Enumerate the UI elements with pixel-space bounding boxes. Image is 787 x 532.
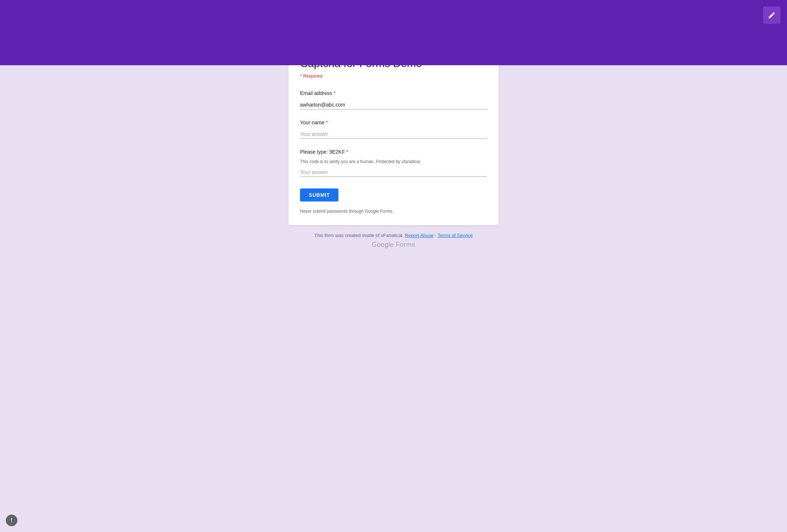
captcha-input[interactable] xyxy=(300,168,487,177)
feedback-icon: ! xyxy=(11,517,12,524)
name-input[interactable] xyxy=(300,130,487,139)
captcha-required-star: * xyxy=(346,149,348,155)
email-label: Email address * xyxy=(300,90,487,96)
captcha-label: Please type: 9E2KF * xyxy=(300,149,487,155)
main-content: Captcha for Forms Demo * Required Email … xyxy=(0,65,787,532)
form-body: Email address * Your name * Please type:… xyxy=(288,87,499,225)
forms-brand-text: Forms xyxy=(396,241,416,248)
feedback-button[interactable]: ! xyxy=(6,515,17,526)
email-required-star: * xyxy=(334,90,336,96)
pencil-icon xyxy=(768,11,776,19)
name-field-container: Your name * xyxy=(300,120,487,139)
name-label: Your name * xyxy=(300,120,487,125)
footer: This form was created inside of xFanatic… xyxy=(315,225,473,259)
name-required-star: * xyxy=(326,120,328,125)
never-submit-text: Never submit passwords through Google Fo… xyxy=(300,209,487,214)
captcha-description: This code is to verify you are a human. … xyxy=(300,159,487,164)
required-note: * Required xyxy=(300,73,487,79)
form-card: Captcha for Forms Demo * Required Email … xyxy=(288,43,499,225)
edit-button[interactable] xyxy=(763,7,780,24)
google-brand-text: Google xyxy=(372,241,394,248)
google-forms-branding: Google Forms xyxy=(315,241,473,249)
report-abuse-link[interactable]: Report Abuse xyxy=(405,233,434,238)
footer-created-text: This form was created inside of xFanatic… xyxy=(315,233,473,238)
email-input[interactable] xyxy=(300,100,487,109)
header-banner xyxy=(0,0,787,65)
email-field-container: Email address * xyxy=(300,90,487,109)
captcha-field-container: Please type: 9E2KF * This code is to ver… xyxy=(300,149,487,177)
submit-button[interactable]: SUBMIT xyxy=(300,188,338,201)
terms-of-service-link[interactable]: Terms of Service xyxy=(438,233,473,238)
